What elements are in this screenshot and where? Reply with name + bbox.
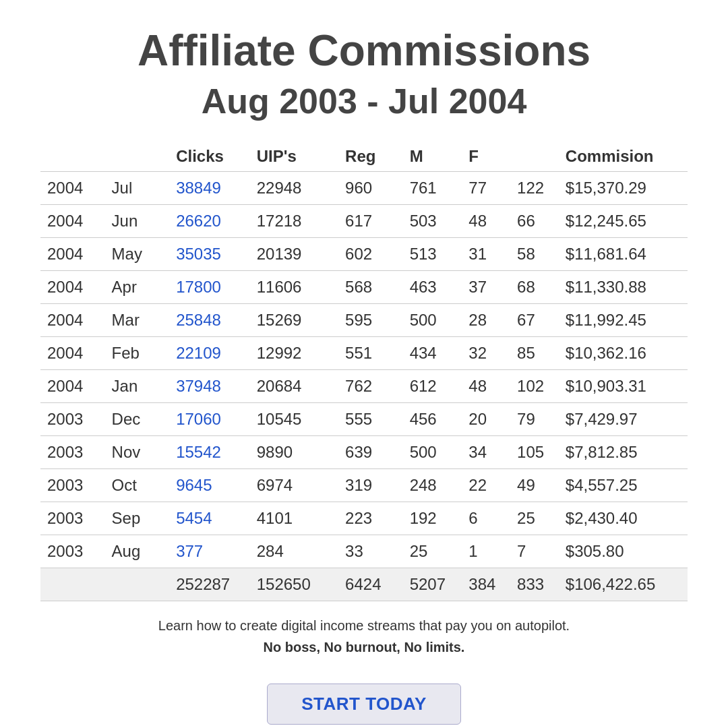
cell-reg: 639 <box>338 436 403 469</box>
table-row: 2004 Apr 17800 11606 568 463 37 68 $11,3… <box>40 271 688 304</box>
cell-reg: 960 <box>338 172 403 205</box>
totals-month <box>105 568 170 601</box>
table-row: 2003 Nov 15542 9890 639 500 34 105 $7,81… <box>40 436 688 469</box>
cell-f: 31 <box>462 238 510 271</box>
cell-commission: $305.80 <box>559 535 688 568</box>
cell-reg: 551 <box>338 337 403 370</box>
cell-uips: 4101 <box>250 502 338 535</box>
totals-commission: $106,422.65 <box>559 568 688 601</box>
cell-commission: $15,370.29 <box>559 172 688 205</box>
cell-extra: 49 <box>510 469 559 502</box>
cell-m: 456 <box>403 403 462 436</box>
cell-commission: $11,681.64 <box>559 238 688 271</box>
cell-extra: 68 <box>510 271 559 304</box>
cell-uips: 22948 <box>250 172 338 205</box>
page-subtitle: Aug 2003 - Jul 2004 <box>202 81 527 121</box>
cell-month: Apr <box>105 271 170 304</box>
cell-year: 2003 <box>40 469 105 502</box>
cell-reg: 617 <box>338 205 403 238</box>
footer-line2: No boss, No burnout, No limits. <box>264 640 465 655</box>
cell-uips: 17218 <box>250 205 338 238</box>
cell-reg: 595 <box>338 304 403 337</box>
col-extra-header <box>510 142 559 172</box>
cell-reg: 319 <box>338 469 403 502</box>
commissions-table: Clicks UIP's Reg M F Commision 2004 Jul … <box>40 142 688 601</box>
cell-month: Dec <box>105 403 170 436</box>
col-m-header: M <box>403 142 462 172</box>
cell-commission: $11,330.88 <box>559 271 688 304</box>
cell-clicks: 9645 <box>169 469 250 502</box>
cell-clicks: 17800 <box>169 271 250 304</box>
cell-commission: $4,557.25 <box>559 469 688 502</box>
cell-month: May <box>105 238 170 271</box>
cell-clicks: 25848 <box>169 304 250 337</box>
footer-text: Learn how to create digital income strea… <box>158 615 570 658</box>
cell-reg: 762 <box>338 370 403 403</box>
cell-clicks: 22109 <box>169 337 250 370</box>
totals-f: 384 <box>462 568 510 601</box>
cell-year: 2003 <box>40 403 105 436</box>
cell-m: 192 <box>403 502 462 535</box>
cell-uips: 11606 <box>250 271 338 304</box>
cell-commission: $11,992.45 <box>559 304 688 337</box>
cell-extra: 85 <box>510 337 559 370</box>
cell-year: 2004 <box>40 370 105 403</box>
cell-m: 503 <box>403 205 462 238</box>
start-today-button[interactable]: START TODAY <box>267 684 461 725</box>
page-title: Affiliate Commissions <box>138 27 590 74</box>
cell-month: Jun <box>105 205 170 238</box>
table-row: 2004 May 35035 20139 602 513 31 58 $11,6… <box>40 238 688 271</box>
totals-m: 5207 <box>403 568 462 601</box>
cell-m: 612 <box>403 370 462 403</box>
cell-month: Mar <box>105 304 170 337</box>
table-row: 2004 Jan 37948 20684 762 612 48 102 $10,… <box>40 370 688 403</box>
cell-m: 248 <box>403 469 462 502</box>
cell-extra: 67 <box>510 304 559 337</box>
table-row: 2004 Jul 38849 22948 960 761 77 122 $15,… <box>40 172 688 205</box>
cell-m: 761 <box>403 172 462 205</box>
cell-m: 463 <box>403 271 462 304</box>
cell-clicks: 377 <box>169 535 250 568</box>
col-clicks-header: Clicks <box>169 142 250 172</box>
cell-f: 48 <box>462 205 510 238</box>
cell-extra: 66 <box>510 205 559 238</box>
cell-commission: $10,362.16 <box>559 337 688 370</box>
totals-row: 252287 152650 6424 5207 384 833 $106,422… <box>40 568 688 601</box>
table-header-row: Clicks UIP's Reg M F Commision <box>40 142 688 172</box>
cell-extra: 122 <box>510 172 559 205</box>
cell-f: 20 <box>462 403 510 436</box>
col-f-header: F <box>462 142 510 172</box>
cell-month: Sep <box>105 502 170 535</box>
cta-wrapper: START TODAY <box>267 670 461 725</box>
cell-f: 37 <box>462 271 510 304</box>
cell-month: Oct <box>105 469 170 502</box>
cell-clicks: 26620 <box>169 205 250 238</box>
cell-uips: 10545 <box>250 403 338 436</box>
cell-f: 28 <box>462 304 510 337</box>
cell-year: 2004 <box>40 205 105 238</box>
cell-commission: $7,812.85 <box>559 436 688 469</box>
table-row: 2003 Oct 9645 6974 319 248 22 49 $4,557.… <box>40 469 688 502</box>
table-row: 2003 Sep 5454 4101 223 192 6 25 $2,430.4… <box>40 502 688 535</box>
cell-year: 2004 <box>40 271 105 304</box>
cell-reg: 602 <box>338 238 403 271</box>
col-year-header <box>40 142 105 172</box>
cell-f: 32 <box>462 337 510 370</box>
table-row: 2004 Mar 25848 15269 595 500 28 67 $11,9… <box>40 304 688 337</box>
cell-commission: $7,429.97 <box>559 403 688 436</box>
totals-year <box>40 568 105 601</box>
footer-line1: Learn how to create digital income strea… <box>158 618 570 633</box>
cell-extra: 102 <box>510 370 559 403</box>
cell-year: 2004 <box>40 337 105 370</box>
cell-uips: 20684 <box>250 370 338 403</box>
cell-commission: $12,245.65 <box>559 205 688 238</box>
cell-f: 6 <box>462 502 510 535</box>
cell-commission: $10,903.31 <box>559 370 688 403</box>
cell-clicks: 15542 <box>169 436 250 469</box>
cell-reg: 223 <box>338 502 403 535</box>
cell-f: 48 <box>462 370 510 403</box>
cell-m: 434 <box>403 337 462 370</box>
cell-month: Feb <box>105 337 170 370</box>
table-container: Clicks UIP's Reg M F Commision 2004 Jul … <box>40 142 688 601</box>
cell-year: 2003 <box>40 535 105 568</box>
